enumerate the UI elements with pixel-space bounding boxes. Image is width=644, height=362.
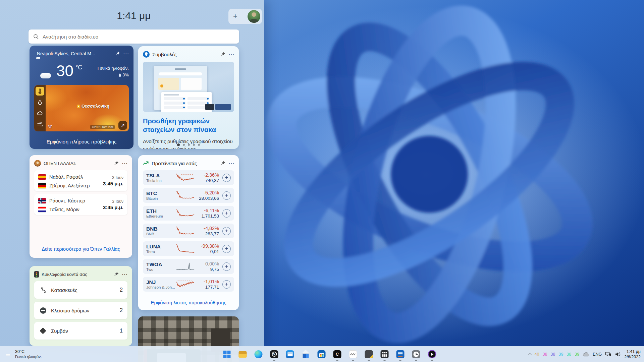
sparkline-chart <box>176 172 196 183</box>
plus-icon: + <box>225 228 228 234</box>
map-city-marker: Θεσσαλονίκη <box>77 104 109 109</box>
traffic-label: Συμβάν <box>51 328 120 334</box>
french-open-footer-link[interactable]: Δείτε περισσότερα για Όπεν Γαλλίας <box>30 246 132 252</box>
more-options-icon[interactable]: ⋯ <box>228 161 234 166</box>
match-time: 3:45 μ.μ. <box>103 181 123 186</box>
tray-sensor-value[interactable]: 39 <box>575 352 579 357</box>
match-time: 3:45 μ.μ. <box>103 204 123 210</box>
stock-row[interactable]: BNBBNB -4,82%283,77 + <box>143 224 234 238</box>
more-options-icon[interactable]: ⋯ <box>228 52 234 57</box>
notes-list-app-icon[interactable] <box>396 350 405 359</box>
more-options-icon[interactable]: ⋯ <box>123 51 129 57</box>
match-card[interactable]: Ναδάλ, Ραφαέλ Ζβέρεφ, Αλεξάντερ 3 Ιουν 3… <box>34 170 127 191</box>
weather-location: Neapoli-Sykies, Central M... <box>37 51 112 56</box>
taskbar: 30°C Γενικά ηλιοφάν. V C 40 38 <box>0 346 644 362</box>
tray-sensor-value[interactable]: 38 <box>567 352 571 357</box>
pin-icon[interactable] <box>220 52 226 57</box>
match-card[interactable]: Ράουντ, Κάσπερ Τσίλιτς, Μάριν 3 Ιουν 3:4… <box>34 194 127 215</box>
add-to-watchlist-button[interactable]: + <box>222 245 231 253</box>
tray-sensor-value[interactable]: 38 <box>543 352 547 357</box>
dark-c-app-icon[interactable]: C <box>333 350 342 359</box>
language-indicator[interactable]: ENG <box>593 352 602 357</box>
traffic-label: Κατασκευές <box>51 287 120 293</box>
weather-map[interactable]: Θεσσαλονίκη νη ©2021 TomTom ↗ <box>34 85 129 131</box>
start-button[interactable] <box>223 350 231 359</box>
stock-row[interactable]: TWOATwo 0,00%9,75 + <box>143 259 234 274</box>
tray-sensor-value[interactable]: 38 <box>551 352 555 357</box>
add-to-watchlist-button[interactable]: + <box>222 174 231 182</box>
sparkline-chart <box>176 279 196 290</box>
add-to-watchlist-button[interactable]: + <box>222 262 231 271</box>
map-temperature-layer-button[interactable] <box>36 87 44 96</box>
tray-sensor-value[interactable]: 40 <box>535 352 539 357</box>
vivaldi-browser-icon[interactable]: V <box>270 350 279 359</box>
more-options-icon[interactable]: ⋯ <box>122 161 127 166</box>
watchlist-footer-link[interactable]: Εμφάνιση λίστας παρακολούθησης <box>138 300 239 305</box>
map-wind-layer-button[interactable] <box>36 120 44 129</box>
mail-icon[interactable] <box>286 350 294 359</box>
panel-profile-pill: + <box>228 9 262 24</box>
network-ethernet-icon[interactable] <box>605 352 611 357</box>
clock-app-icon[interactable] <box>412 350 421 359</box>
add-to-watchlist-button[interactable]: + <box>222 280 231 289</box>
add-to-watchlist-button[interactable]: + <box>222 191 231 200</box>
calculator-icon[interactable] <box>380 350 389 359</box>
sparkline-chart <box>176 190 196 201</box>
sticky-notes-icon[interactable] <box>365 350 373 359</box>
cloud-tray-icon[interactable] <box>583 352 589 357</box>
more-options-icon[interactable]: ⋯ <box>122 272 127 277</box>
traffic-widget[interactable]: Κυκλοφορία κοντά σας ⋯ Κατασκευές 2 <box>30 266 132 346</box>
stocks-widget[interactable]: Προτείνεται για εσάς ⋯ TSLATesla Inc -2,… <box>138 155 239 310</box>
weather-widget[interactable]: Neapoli-Sykies, Central M... ⋯ 30 °C Γεν… <box>30 46 133 149</box>
taskbar-weather-icon <box>4 351 12 358</box>
tray-sensor-value[interactable]: 39 <box>559 352 564 357</box>
traffic-light-icon <box>34 271 39 278</box>
stock-row[interactable]: TSLATesla Inc -2,36%740,37 + <box>143 170 234 185</box>
avatar[interactable] <box>248 10 260 23</box>
add-to-watchlist-button[interactable]: + <box>222 227 231 235</box>
traffic-count: 2 <box>120 287 123 293</box>
map-cloud-layer-button[interactable] <box>36 109 44 118</box>
temperature-value: 30 <box>56 63 73 78</box>
traffic-row[interactable]: Κλείσιμο δρόμων 2 <box>34 302 127 319</box>
pin-icon[interactable] <box>115 51 120 56</box>
tips-widget[interactable]: Συμβουλές ⋯ <box>138 46 239 149</box>
edge-browser-icon[interactable] <box>254 350 263 359</box>
tray-overflow-chevron-icon[interactable] <box>528 353 532 357</box>
3d-viewer-icon[interactable] <box>302 350 310 359</box>
carousel-dots[interactable] <box>138 143 239 146</box>
map-precipitation-layer-button[interactable] <box>36 98 44 107</box>
flag-germany-icon <box>38 183 46 188</box>
plus-icon: + <box>225 246 228 251</box>
pin-icon[interactable] <box>114 161 119 166</box>
taskbar-weather-flyout[interactable]: 30°C Γενικά ηλιοφάν. <box>4 349 42 359</box>
clock-date-block[interactable]: 1:41 μμ 2/6/2022 <box>624 349 641 360</box>
traffic-row[interactable]: Κατασκευές 2 <box>34 281 127 299</box>
map-expand-button[interactable]: ↗ <box>118 121 127 130</box>
weather-footer-link[interactable]: Εμφάνιση πλήρους πρόβλεψης <box>30 139 133 144</box>
pin-icon[interactable] <box>220 161 226 166</box>
squiggle-app-icon[interactable] <box>349 350 358 359</box>
file-explorer-icon[interactable] <box>238 350 247 359</box>
web-search-bar[interactable] <box>29 29 239 44</box>
pin-icon[interactable] <box>114 272 119 277</box>
stock-row[interactable]: ETHEthereum -6,11%1.701,53 + <box>143 206 234 221</box>
volume-icon[interactable] <box>615 352 621 357</box>
search-input[interactable] <box>42 34 234 40</box>
system-tray: 40 38 38 39 38 39 ENG 1:41 <box>529 349 641 360</box>
add-to-watchlist-button[interactable]: + <box>222 209 231 218</box>
french-open-widget[interactable]: ΟΠΕΝ ΓΑΛΛΙΑΣ ⋯ Ναδάλ, Ραφαέλ Ζβέρεφ, Αλε… <box>30 155 132 258</box>
temperature-unit: °C <box>75 64 82 71</box>
microsoft-store-icon[interactable] <box>317 350 326 359</box>
stock-row[interactable]: JNJJohnson & Joh... -1,01%177,71 + <box>143 277 234 292</box>
stock-row[interactable]: BTCBitcoin -5,20%28.003,66 + <box>143 188 234 203</box>
weather-big-icon <box>34 63 53 80</box>
panel-clock: 1:41 μμ <box>29 10 239 21</box>
traffic-row[interactable]: Συμβάν 1 <box>34 322 127 340</box>
plus-icon: + <box>225 264 228 269</box>
stock-row[interactable]: LUNATerra -99,38%0,01 + <box>143 241 234 256</box>
add-widget-button[interactable]: + <box>233 13 237 20</box>
tips-thumbnail[interactable] <box>143 62 234 112</box>
media-player-icon[interactable] <box>428 350 436 359</box>
tips-headline-link[interactable]: Προσθήκη γραφικών στοιχείων στον πίνακα <box>143 117 234 134</box>
